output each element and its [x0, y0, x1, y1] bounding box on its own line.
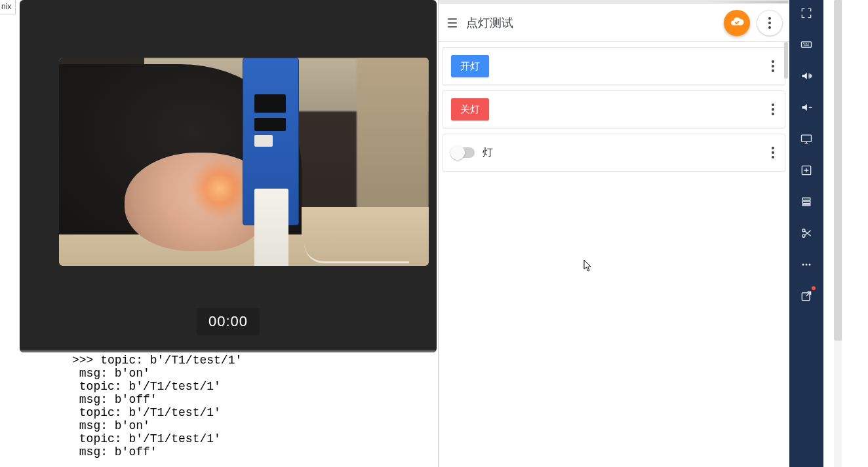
- console-line: msg: b'on': [72, 367, 150, 380]
- emulator-sidebar: [789, 0, 823, 467]
- mouse-cursor-icon: [583, 259, 593, 272]
- cloud-check-icon: [730, 14, 744, 31]
- editor-tab[interactable]: nix: [0, 0, 16, 14]
- scissors-icon[interactable]: [797, 224, 816, 242]
- page-scrollbar-thumb[interactable]: [834, 0, 842, 341]
- more-horiz-icon[interactable]: [797, 255, 816, 274]
- recording-timer: 00:00: [197, 308, 260, 335]
- fullscreen-icon[interactable]: [797, 4, 816, 22]
- repl-console[interactable]: >>> topic: b'/T1/test/1' msg: b'on' topi…: [72, 352, 438, 467]
- card-light-off: 关灯: [443, 90, 785, 128]
- switch-label: 灯: [483, 146, 493, 160]
- app-title: 点灯测试: [466, 15, 717, 31]
- phone-status-bar: [439, 0, 789, 4]
- light-toggle-switch[interactable]: [451, 147, 475, 158]
- left-panel: nix 00:00 >>> topic: b'/T1/test/1' msg: …: [0, 0, 438, 467]
- console-line: topic: b'/T1/test/1': [72, 406, 221, 419]
- svg-rect-3: [802, 198, 810, 200]
- svg-rect-0: [802, 42, 812, 47]
- keyboard-icon[interactable]: [797, 35, 816, 54]
- monitor-icon[interactable]: [797, 130, 816, 148]
- app-scrollbar[interactable]: [784, 42, 788, 79]
- console-line: msg: b'off': [72, 393, 157, 406]
- light-off-button[interactable]: 关灯: [451, 98, 489, 121]
- notification-dot-icon: [812, 286, 816, 290]
- svg-point-10: [809, 264, 811, 266]
- header-overflow-button[interactable]: [757, 10, 783, 36]
- card-light-toggle: 灯: [443, 134, 785, 172]
- card-menu-button[interactable]: [769, 58, 777, 75]
- card-list: 开灯 关灯 灯: [439, 42, 789, 177]
- more-vert-icon: [772, 147, 774, 159]
- svg-rect-1: [802, 135, 812, 141]
- svg-point-9: [806, 264, 808, 266]
- volume-down-icon[interactable]: [797, 98, 816, 117]
- light-on-button[interactable]: 开灯: [451, 55, 489, 77]
- svg-point-8: [802, 264, 804, 266]
- open-external-icon[interactable]: [797, 287, 816, 305]
- webcam-preview: [59, 58, 429, 266]
- app-header: 点灯测试: [439, 4, 789, 42]
- console-line: topic: b'/T1/test/1': [72, 380, 221, 393]
- volume-up-icon[interactable]: [797, 67, 816, 85]
- more-vert-icon: [772, 60, 774, 72]
- console-line: msg: b'off': [72, 445, 157, 458]
- cloud-sync-button[interactable]: [724, 10, 750, 36]
- console-line: topic: b'/T1/test/1': [72, 432, 221, 445]
- phone-app-panel: 点灯测试 开灯 关灯 灯: [438, 0, 789, 467]
- video-recorder-frame: 00:00: [20, 0, 437, 352]
- console-line: msg: b'on': [72, 419, 150, 432]
- more-vert-icon: [768, 17, 771, 29]
- card-menu-button[interactable]: [769, 101, 777, 118]
- page-scrollbar-track[interactable]: [834, 0, 842, 467]
- more-vert-icon: [772, 103, 774, 115]
- stack-icon[interactable]: [797, 193, 816, 211]
- add-apk-icon[interactable]: [797, 161, 816, 179]
- svg-rect-5: [802, 204, 810, 206]
- card-menu-button[interactable]: [769, 144, 777, 161]
- card-light-on: 开灯: [443, 47, 785, 85]
- svg-rect-4: [802, 201, 810, 203]
- hamburger-menu-icon[interactable]: [445, 16, 460, 30]
- console-line: >>> topic: b'/T1/test/1': [72, 354, 242, 367]
